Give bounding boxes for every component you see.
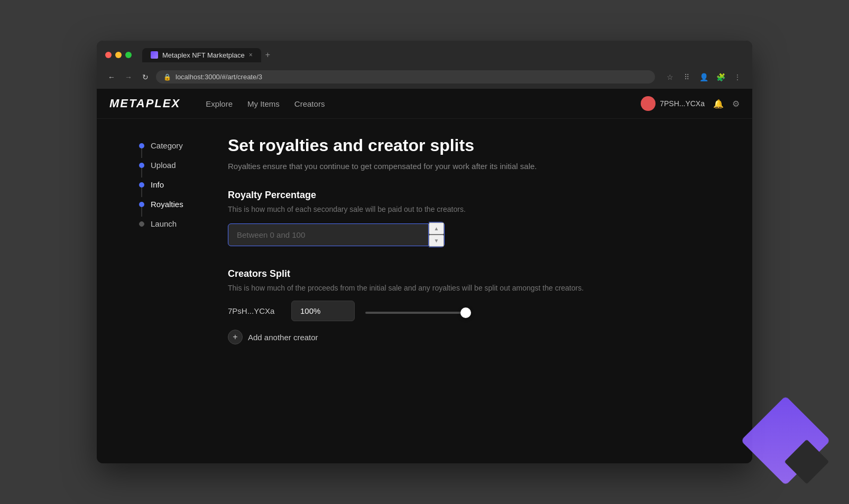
creator-slider-wrapper-0 <box>365 306 471 316</box>
menu-icon[interactable]: ⋮ <box>731 73 744 81</box>
step-label-upload: Upload <box>151 161 176 170</box>
royalty-spinner: ▲ ▼ <box>429 222 445 247</box>
royalty-input-wrapper: ▲ ▼ <box>228 222 653 247</box>
bell-icon[interactable]: 🔔 <box>713 99 724 109</box>
tab-favicon <box>151 51 158 59</box>
royalty-title: Royalty Percentage <box>228 190 653 201</box>
tab-close-button[interactable]: × <box>249 51 253 59</box>
refresh-button[interactable]: ↻ <box>139 73 152 81</box>
step-dot-info <box>139 182 144 188</box>
step-list: Category Upload Info <box>139 136 202 234</box>
close-button[interactable] <box>105 52 112 58</box>
forward-button[interactable]: → <box>122 73 135 81</box>
settings-icon[interactable]: ⚙ <box>732 99 740 109</box>
page-content: METAPLEX Explore My Items Creators 7PSH.… <box>97 89 752 463</box>
profile-icon[interactable]: 👤 <box>697 73 710 81</box>
nav-right: 7PSH...YCXa 🔔 ⚙ <box>641 96 740 111</box>
tab-title: Metaplex NFT Marketplace <box>162 51 245 59</box>
bookmark-icon[interactable]: ☆ <box>663 73 676 81</box>
main-content: Set royalties and creator splits Royalti… <box>202 136 678 446</box>
add-creator-button[interactable]: + Add another creator <box>228 330 318 344</box>
back-button[interactable]: ← <box>105 73 118 81</box>
nav-explore[interactable]: Explore <box>206 99 233 108</box>
nav-links: Explore My Items Creators <box>206 99 325 108</box>
creators-section: Creators Split This is how much of the p… <box>228 268 653 344</box>
address-bar[interactable]: 🔒 localhost:3000/#/art/create/3 <box>156 70 655 83</box>
creators-desc: This is how much of the proceeds from th… <box>228 284 653 292</box>
step-category[interactable]: Category <box>139 136 202 155</box>
step-dot-royalties <box>139 202 144 207</box>
user-badge[interactable]: 7PSH...YCXa <box>641 96 705 111</box>
user-avatar <box>641 96 656 111</box>
step-label-info: Info <box>151 180 164 189</box>
lock-icon: 🔒 <box>163 73 171 81</box>
extensions-icon[interactable]: ⠿ <box>680 73 693 81</box>
spinner-down-button[interactable]: ▼ <box>429 235 444 247</box>
step-upload[interactable]: Upload <box>139 155 202 175</box>
active-tab[interactable]: Metaplex NFT Marketplace × <box>142 48 261 62</box>
traffic-lights <box>105 52 132 58</box>
metaplex-logo: METAPLEX <box>109 97 180 110</box>
tab-bar: Metaplex NFT Marketplace × + <box>142 47 744 63</box>
new-tab-button[interactable]: + <box>261 47 274 63</box>
sidebar: Category Upload Info <box>97 136 202 446</box>
step-dot-launch <box>139 221 144 227</box>
spinner-up-button[interactable]: ▲ <box>429 222 444 235</box>
page-subtitle: Royalties ensure that you continue to ge… <box>228 162 653 171</box>
creator-percent-input-0[interactable] <box>291 301 355 321</box>
creator-row-0: 7PsH...YCXa <box>228 301 653 321</box>
user-address: 7PSH...YCXa <box>660 99 705 108</box>
address-bar-row: ← → ↻ 🔒 localhost:3000/#/art/create/3 ☆ … <box>97 67 752 89</box>
creator-address-0: 7PsH...YCXa <box>228 306 281 315</box>
top-nav: METAPLEX Explore My Items Creators 7PSH.… <box>97 89 752 119</box>
royalty-input[interactable] <box>228 223 429 246</box>
royalty-section: Royalty Percentage This is how much of e… <box>228 190 653 247</box>
step-label-royalties: Royalties <box>151 200 183 209</box>
step-royalties[interactable]: Royalties <box>139 194 202 214</box>
browser-actions: ☆ ⠿ 👤 🧩 ⋮ <box>663 73 744 81</box>
step-dot-category <box>139 143 144 148</box>
step-label-category: Category <box>151 141 183 150</box>
royalty-desc: This is how much of each secondary sale … <box>228 205 653 213</box>
maximize-button[interactable] <box>125 52 132 58</box>
step-launch[interactable]: Launch <box>139 214 202 234</box>
minimize-button[interactable] <box>115 52 122 58</box>
add-creator-label: Add another creator <box>248 333 318 342</box>
add-creator-icon: + <box>228 330 243 344</box>
main-layout: Category Upload Info <box>97 119 752 463</box>
step-info[interactable]: Info <box>139 175 202 194</box>
nav-my-items[interactable]: My Items <box>247 99 280 108</box>
nav-creators[interactable]: Creators <box>294 99 325 108</box>
step-label-launch: Launch <box>151 219 177 228</box>
creators-title: Creators Split <box>228 268 653 279</box>
page-title: Set royalties and creator splits <box>228 136 653 155</box>
step-dot-upload <box>139 163 144 168</box>
address-text: localhost:3000/#/art/create/3 <box>176 73 262 81</box>
puzzle-icon[interactable]: 🧩 <box>714 73 727 81</box>
creator-slider-0[interactable] <box>365 312 471 314</box>
